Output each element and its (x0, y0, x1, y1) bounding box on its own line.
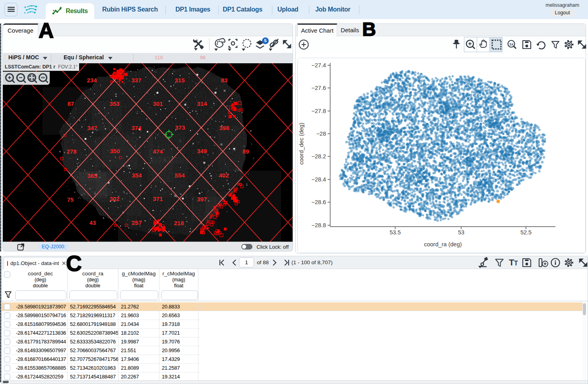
svg-text:−28.8: −28.8 (311, 222, 326, 228)
svg-text:T: T (514, 260, 518, 267)
svg-text:350: 350 (110, 148, 120, 154)
svg-text:474: 474 (153, 148, 163, 155)
svg-text:1x: 1x (509, 42, 513, 46)
svg-text:349: 349 (197, 148, 207, 154)
svg-text:−27.4: −27.4 (311, 62, 326, 68)
svg-text:53: 53 (458, 229, 464, 236)
svg-text:314: 314 (197, 100, 207, 107)
svg-text:coord_dec (deg): coord_dec (deg) (298, 123, 305, 165)
svg-text:218: 218 (174, 220, 184, 226)
svg-text:397: 397 (197, 196, 207, 203)
svg-text:−28: −28 (316, 131, 326, 137)
svg-text:354: 354 (132, 172, 142, 179)
svg-text:373: 373 (175, 124, 185, 131)
svg-text:301: 301 (153, 100, 163, 107)
svg-text:53.5: 53.5 (390, 229, 401, 236)
svg-text:75: 75 (67, 196, 74, 203)
svg-text:257: 257 (132, 219, 142, 226)
svg-text:−27.6: −27.6 (311, 85, 326, 91)
svg-text:554: 554 (175, 172, 185, 179)
svg-text:365: 365 (87, 172, 97, 179)
svg-text:89: 89 (243, 148, 249, 155)
svg-text:402: 402 (219, 172, 229, 179)
svg-text:83: 83 (221, 77, 228, 84)
svg-text:302: 302 (109, 195, 119, 202)
svg-text:87: 87 (68, 100, 74, 107)
svg-text:371: 371 (153, 195, 163, 202)
svg-text:−27.8: −27.8 (311, 108, 326, 114)
svg-text:374: 374 (131, 125, 142, 131)
svg-text:43: 43 (89, 219, 96, 226)
svg-text:347: 347 (87, 125, 97, 131)
svg-text:−28.6: −28.6 (311, 199, 326, 205)
svg-text:−28.2: −28.2 (311, 153, 326, 160)
svg-text:278: 278 (66, 148, 76, 155)
svg-text:353: 353 (109, 100, 119, 107)
svg-text:337: 337 (131, 77, 141, 84)
svg-text:T: T (509, 257, 514, 267)
svg-text:−28.4: −28.4 (311, 176, 326, 183)
svg-text:398: 398 (219, 125, 229, 131)
svg-text:coord_ra (deg): coord_ra (deg) (424, 241, 462, 248)
svg-text:234: 234 (87, 77, 97, 84)
svg-text:315: 315 (175, 77, 184, 84)
svg-text:52.5: 52.5 (520, 229, 532, 236)
